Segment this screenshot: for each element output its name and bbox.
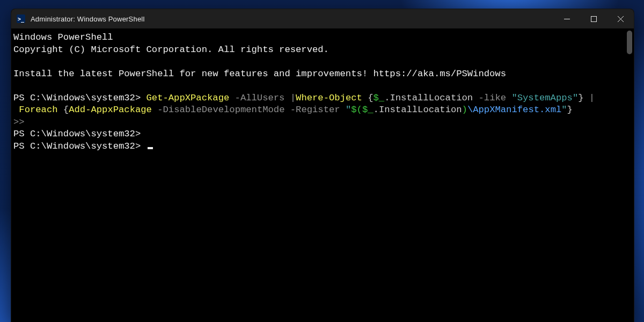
- token-cmd: Get-AppXPackage: [147, 93, 230, 103]
- token-cmd: Where-Object: [296, 93, 362, 103]
- token-param: -AllUsers: [235, 93, 285, 103]
- window-controls: [553, 9, 634, 28]
- powershell-icon: >_: [17, 14, 25, 23]
- token-brace: {: [63, 105, 69, 115]
- sp: [152, 105, 157, 115]
- token-string: "SystemApps": [511, 93, 578, 103]
- token-member: .InstallLocation: [384, 93, 473, 103]
- token-pipe: |: [589, 93, 595, 103]
- token-op: -like: [479, 93, 507, 103]
- continuation-prompt: >>: [13, 117, 25, 127]
- prompt-1: PS C:\Windows\system32>: [13, 93, 147, 103]
- svg-rect-1: [591, 16, 596, 21]
- token-quote: ": [346, 105, 351, 115]
- banner-line-1: Windows PowerShell: [13, 32, 113, 42]
- sp: [473, 93, 478, 103]
- window-title: Administrator: Windows PowerShell: [31, 15, 145, 23]
- banner-line-2: Copyright (C) Microsoft Corporation. All…: [13, 45, 329, 55]
- sp: [284, 93, 290, 103]
- powershell-icon-glyph: >_: [18, 16, 24, 22]
- token-member: .InstallLocation: [374, 105, 462, 115]
- sp: [584, 93, 589, 103]
- token-pipe: |: [290, 93, 296, 103]
- prompt-2: PS C:\Windows\system32>: [13, 129, 147, 139]
- token-brace: }: [578, 93, 583, 103]
- sp: [229, 93, 235, 103]
- sp: [340, 105, 346, 115]
- indent: [13, 105, 19, 115]
- token-cmd: Foreach: [19, 105, 57, 115]
- maximize-button[interactable]: [580, 9, 607, 28]
- desktop-background: >_ Administrator: Windows PowerShell Win…: [0, 0, 644, 322]
- sp: [506, 93, 511, 103]
- token-cmd: Add-AppxPackage: [69, 105, 152, 115]
- terminal-cursor: [148, 147, 153, 149]
- token-subexpr-close: ): [462, 105, 467, 115]
- minimize-button[interactable]: [553, 9, 580, 28]
- token-param: -Register: [290, 105, 340, 115]
- terminal-area[interactable]: Windows PowerShell Copyright (C) Microso…: [11, 28, 634, 322]
- titlebar[interactable]: >_ Administrator: Windows PowerShell: [11, 9, 634, 28]
- token-param: -DisableDevelopmentMode: [157, 105, 284, 115]
- token-brace: }: [567, 105, 573, 115]
- token-path: \AppXManifest.xml: [467, 105, 561, 115]
- prompt-3: PS C:\Windows\system32>: [13, 141, 147, 151]
- sp: [362, 93, 368, 103]
- scrollbar-thumb[interactable]: [627, 31, 632, 54]
- token-var: $_: [362, 105, 374, 115]
- powershell-window: >_ Administrator: Windows PowerShell Win…: [11, 9, 634, 322]
- token-brace: {: [368, 93, 373, 103]
- maximize-icon: [591, 16, 597, 22]
- token-subexpr-open: $(: [351, 105, 362, 115]
- banner-line-3: Install the latest PowerShell for new fe…: [13, 69, 506, 79]
- sp: [58, 105, 63, 115]
- token-quote: ": [561, 105, 567, 115]
- minimize-icon: [564, 16, 570, 22]
- close-button[interactable]: [607, 9, 634, 28]
- close-icon: [618, 16, 624, 22]
- token-var: $_: [374, 93, 385, 103]
- sp: [284, 105, 290, 115]
